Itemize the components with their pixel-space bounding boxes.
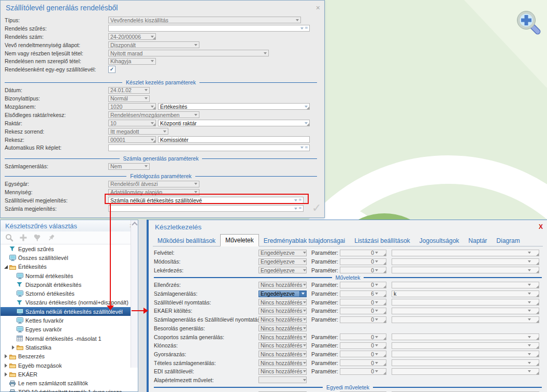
access-dropdown[interactable]: Nincs hozzáférés bbox=[258, 359, 307, 366]
parameter-field[interactable]: 0 bbox=[340, 308, 386, 314]
combo-field[interactable]: = bbox=[108, 25, 310, 32]
access-dropdown[interactable]: Engedélyezve bbox=[258, 267, 307, 273]
dropdown-field[interactable]: Nyitott marad bbox=[108, 50, 269, 56]
extra-field[interactable] bbox=[392, 282, 539, 288]
dropdown-field[interactable]: Rendelésen/mozgásnemben bbox=[108, 111, 199, 118]
extra-field[interactable] bbox=[392, 316, 539, 323]
parameter-field[interactable]: 0 bbox=[340, 368, 386, 375]
extra-field[interactable] bbox=[392, 299, 539, 306]
monitor-icon bbox=[9, 255, 17, 261]
tab-2[interactable]: Eredményablak tulajdonságai bbox=[259, 236, 350, 246]
extra-field[interactable] bbox=[392, 333, 539, 340]
dropdown-field[interactable]: 24.01.02 bbox=[108, 87, 150, 94]
checkbox[interactable]: ✓ bbox=[108, 66, 116, 73]
tree-icon[interactable] bbox=[33, 234, 41, 242]
access-dropdown[interactable]: Nincs hozzáférés bbox=[258, 282, 307, 288]
tree-scrollbar[interactable] bbox=[131, 220, 138, 368]
code-dropdown-field[interactable]: 00001 bbox=[108, 136, 156, 143]
parameter-field[interactable]: 0 bbox=[340, 351, 386, 357]
tab-3[interactable]: Listázási beállítások bbox=[350, 236, 414, 246]
extra-field[interactable] bbox=[392, 258, 539, 265]
caret-closed-icon[interactable] bbox=[10, 345, 17, 350]
parameter-field[interactable]: 0 bbox=[340, 342, 386, 349]
tree-item[interactable]: Egyes uvarkör bbox=[1, 325, 131, 334]
parameter-field[interactable]: 0 bbox=[340, 282, 386, 288]
access-dropdown[interactable]: Nincs hozzáférés bbox=[258, 325, 307, 331]
combo-field[interactable]: = bbox=[108, 205, 304, 212]
dropdown-field[interactable]: Rendelésről átveszi bbox=[108, 181, 199, 187]
parameter-field[interactable]: 6 bbox=[340, 291, 386, 297]
extra-field[interactable] bbox=[392, 250, 539, 256]
tree-item[interactable]: Statisztika bbox=[1, 343, 131, 352]
caret-closed-icon[interactable] bbox=[3, 354, 9, 358]
extra-field[interactable] bbox=[392, 368, 539, 375]
text-field[interactable]: Értékesítés bbox=[158, 103, 310, 110]
tree-item[interactable]: Egyedi szűrés bbox=[1, 244, 131, 253]
extra-field[interactable] bbox=[392, 342, 539, 349]
tab-0[interactable]: Működési beállítások bbox=[153, 236, 220, 246]
access-dropdown[interactable] bbox=[258, 376, 307, 383]
parameter-field[interactable]: 0 bbox=[340, 250, 386, 256]
tree-item[interactable]: Normál értékesítés -másolat 1 bbox=[1, 334, 131, 343]
dropdown-field[interactable]: Normál bbox=[108, 95, 150, 102]
access-dropdown[interactable]: Nincs hozzáférés bbox=[258, 368, 307, 375]
extra-field[interactable] bbox=[392, 359, 539, 366]
tab-6[interactable]: Diagram bbox=[492, 236, 524, 246]
parameter-field[interactable]: 0 bbox=[340, 316, 386, 323]
access-dropdown[interactable]: Nincs hozzáférés bbox=[258, 342, 307, 349]
plus-icon[interactable] bbox=[19, 234, 27, 242]
resize-corner-icon bbox=[536, 285, 539, 288]
access-dropdown[interactable]: Engedélyezve bbox=[258, 258, 307, 265]
code-dropdown-field[interactable]: 1020 bbox=[108, 103, 156, 110]
tree-item[interactable]: TOP 10 értékesített termék 1 éves vissza bbox=[1, 388, 131, 392]
close-icon[interactable]: X bbox=[539, 223, 543, 230]
tree-item[interactable]: Diszponált értékesítés bbox=[1, 280, 131, 289]
tree-item[interactable]: Le nem számlázott szállítók bbox=[1, 379, 131, 387]
tree-item[interactable]: EKÁER bbox=[1, 370, 131, 379]
tree-item[interactable]: Kettes fuvarkör bbox=[1, 316, 131, 325]
tree-item[interactable]: Normál értékesítés bbox=[1, 271, 131, 280]
access-dropdown[interactable]: Nincs hozzáférés bbox=[258, 316, 307, 323]
caret-closed-icon[interactable] bbox=[3, 372, 9, 376]
close-icon[interactable]: × bbox=[316, 4, 320, 11]
tree-item[interactable]: Egyéb mozgások bbox=[1, 361, 131, 370]
parameter-field[interactable]: 0 bbox=[340, 359, 386, 366]
tab-1[interactable]: Műveletek bbox=[220, 234, 259, 246]
parameter-field[interactable]: 0 bbox=[340, 267, 386, 273]
tree-item[interactable]: Összes szállítólevél bbox=[1, 253, 131, 262]
tab-4[interactable]: Jogosultságok bbox=[415, 236, 464, 246]
extra-field[interactable] bbox=[392, 351, 539, 357]
access-dropdown[interactable]: Engedélyezve bbox=[258, 250, 307, 256]
access-dropdown[interactable]: Nincs hozzáférés bbox=[258, 351, 307, 357]
dropdown-field[interactable]: Nem bbox=[108, 163, 150, 170]
extra-field[interactable] bbox=[392, 308, 539, 314]
dropdown-field[interactable]: Vevőrendelés kiszállítás bbox=[108, 17, 301, 23]
tree-item[interactable]: Beszerzés bbox=[1, 352, 131, 361]
search-icon[interactable] bbox=[5, 234, 13, 242]
scroll-up-icon[interactable] bbox=[132, 222, 137, 227]
caret-open-icon[interactable] bbox=[3, 265, 9, 269]
dropdown-field[interactable]: Diszponált bbox=[108, 41, 199, 48]
parameter-field[interactable]: 0 bbox=[340, 299, 386, 306]
combo-field[interactable]: = bbox=[108, 144, 310, 151]
text-field[interactable]: Komissiótér bbox=[158, 136, 310, 143]
pin-icon[interactable] bbox=[47, 234, 55, 242]
extra-field[interactable] bbox=[392, 267, 539, 273]
tree-item[interactable]: Sztornó értékesítés bbox=[1, 289, 131, 298]
access-dropdown[interactable]: Nincs hozzáférés bbox=[258, 299, 307, 306]
access-dropdown[interactable]: Nincs hozzáférés bbox=[258, 333, 307, 340]
access-dropdown[interactable]: Engedélyezve bbox=[258, 291, 307, 297]
tab-5[interactable]: Naptár bbox=[464, 236, 492, 246]
dropdown-field[interactable]: Kihagyja bbox=[108, 58, 156, 65]
field-label: Dátum: bbox=[5, 87, 108, 93]
parameter-field[interactable]: 0 bbox=[340, 258, 386, 265]
dropdown-field[interactable]: Itt megadott bbox=[108, 128, 168, 135]
tree-item[interactable]: Értékesítés bbox=[1, 263, 131, 271]
text-field[interactable]: Központi raktár bbox=[158, 120, 310, 126]
code-dropdown-field[interactable]: 24-20/00006 bbox=[108, 33, 156, 40]
parameter-field[interactable]: 0 bbox=[340, 333, 386, 340]
access-dropdown[interactable]: Nincs hozzáférés bbox=[258, 308, 307, 314]
extra-field[interactable]: k bbox=[392, 291, 539, 297]
caret-closed-icon[interactable] bbox=[3, 364, 9, 368]
code-dropdown-field[interactable]: 10 bbox=[108, 120, 156, 126]
